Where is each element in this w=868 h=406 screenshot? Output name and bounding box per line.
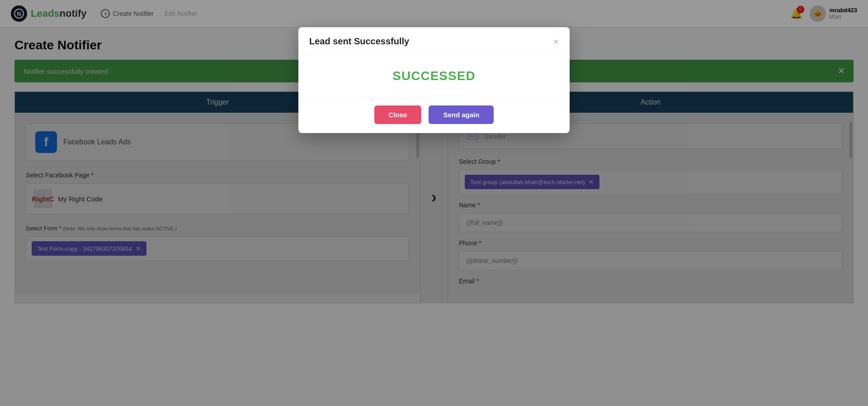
modal-success-text: SUCCESSED xyxy=(309,69,559,83)
modal-body: SUCCESSED xyxy=(298,54,570,98)
send-again-button[interactable]: Send again xyxy=(429,105,494,124)
modal-close-button[interactable]: × xyxy=(553,37,559,46)
modal-header: Lead sent Successfully × xyxy=(298,27,570,54)
modal-title: Lead sent Successfully xyxy=(309,36,409,47)
modal-backdrop: Lead sent Successfully × SUCCESSED Close… xyxy=(0,0,868,406)
modal-footer: Close Send again xyxy=(298,98,570,133)
close-modal-button[interactable]: Close xyxy=(374,105,422,124)
modal: Lead sent Successfully × SUCCESSED Close… xyxy=(298,27,570,133)
